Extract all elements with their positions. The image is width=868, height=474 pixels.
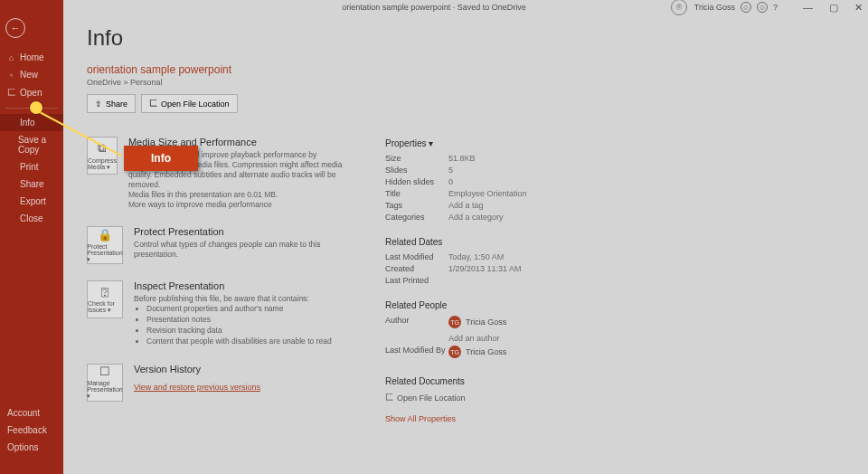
folder-icon: ⼕ xyxy=(149,98,157,109)
nav-close-label: Close xyxy=(20,213,43,223)
prop-slides-key: Slides xyxy=(385,166,448,175)
media-more: More ways to improve media performance xyxy=(128,200,349,210)
prop-created-key: Created xyxy=(385,264,448,273)
prop-created-val: 1/29/2013 11:31 AM xyxy=(448,264,522,273)
manage-presentation-button[interactable]: ☐Manage Presentation ▾ xyxy=(87,364,123,402)
nav-account-label: Account xyxy=(7,408,40,418)
ribbon-display-icon[interactable]: ® xyxy=(671,0,687,15)
modby-person[interactable]: TGTricia Goss xyxy=(448,346,506,358)
prop-title-key: Title xyxy=(385,189,448,198)
protect-presentation-button[interactable]: 🔒Protect Presentation ▾ xyxy=(87,226,123,264)
media-size: Media files in this presentation are 0.0… xyxy=(128,190,349,200)
prop-cat-val[interactable]: Add a category xyxy=(448,213,504,222)
nav-open[interactable]: ⼕Open xyxy=(0,83,63,102)
inspect-item: Presentation notes xyxy=(146,315,332,326)
maximize-button[interactable]: ▢ xyxy=(829,2,838,14)
history-title: Version History xyxy=(134,364,260,374)
author-person[interactable]: TGTricia Goss xyxy=(448,316,506,328)
inspect-item: Revision tracking data xyxy=(146,326,332,337)
callout-marker-dot xyxy=(30,101,42,114)
folder-icon: ⼕ xyxy=(385,392,393,403)
prop-author-key: Author xyxy=(385,316,448,331)
prop-title-val: Employee Orientation xyxy=(448,189,527,198)
nav-save-copy-label: Save a Copy xyxy=(18,135,58,155)
section-protect: 🔒Protect Presentation ▾ Protect Presenta… xyxy=(87,226,349,264)
nav-save-copy[interactable]: Save a Copy xyxy=(0,131,63,158)
related-docs-header: Related Documents xyxy=(385,376,844,386)
inspect-list: Document properties and author's name Pr… xyxy=(146,304,332,347)
check-for-issues-button[interactable]: ⍰Check for Issues ▾ xyxy=(87,280,123,318)
nav-home[interactable]: ⌂Home xyxy=(0,49,63,66)
nav-feedback[interactable]: Feedback xyxy=(0,422,63,439)
back-button[interactable]: ← xyxy=(5,18,25,38)
properties-panel: Properties ▾ Size51.8KB Slides5 Hidden s… xyxy=(385,137,844,423)
lock-icon: 🔒 xyxy=(98,228,112,242)
related-people-header: Related People xyxy=(385,300,844,310)
help-icon[interactable]: ? xyxy=(773,3,778,12)
nav-options[interactable]: Options xyxy=(0,439,63,456)
prop-slides-val: 5 xyxy=(448,166,453,175)
check-icon: ⍰ xyxy=(101,285,108,299)
prop-hidden-key: Hidden slides xyxy=(385,177,448,186)
nav-new-label: New xyxy=(20,70,38,80)
home-icon: ⌂ xyxy=(7,53,15,62)
nav-home-label: Home xyxy=(20,52,44,62)
nav-close[interactable]: Close xyxy=(0,210,63,227)
compress-media-button[interactable]: ⧉Compress Media ▾ xyxy=(87,137,118,175)
nav-export[interactable]: Export xyxy=(0,193,63,210)
inspect-desc: Before publishing this file, be aware th… xyxy=(134,294,332,304)
prop-hidden-val: 0 xyxy=(448,177,453,186)
doc-icon: ☐ xyxy=(99,365,110,378)
minimize-button[interactable]: — xyxy=(803,2,813,13)
action-row: ⇪Share ⼕Open File Location xyxy=(87,94,844,113)
add-author[interactable]: Add an author xyxy=(448,334,500,343)
callout-label: Info xyxy=(124,146,198,171)
prop-tags-val[interactable]: Add a tag xyxy=(448,201,484,210)
window-title: orientation sample powerpoint · Saved to… xyxy=(342,3,526,12)
nav-feedback-label: Feedback xyxy=(7,425,47,435)
protect-title: Protect Presentation xyxy=(134,226,349,237)
prop-printed-key: Last Printed xyxy=(385,276,448,285)
nav-info-label: Info xyxy=(20,118,35,128)
properties-header[interactable]: Properties ▾ xyxy=(385,138,844,148)
main-panel: Info orientation sample powerpoint OneDr… xyxy=(63,14,868,474)
user-name: Tricia Goss xyxy=(694,3,735,12)
open-loc-label: Open File Location xyxy=(161,100,230,109)
prop-cat-key: Categories xyxy=(385,213,448,222)
version-history-link[interactable]: View and restore previous versions xyxy=(134,383,260,392)
file-location: OneDrive » Personal xyxy=(87,78,844,87)
user-area[interactable]: Tricia Goss ☺ ☺ ? xyxy=(694,2,778,13)
open-file-location-link[interactable]: ⼕Open File Location xyxy=(385,392,844,403)
section-history: ☐Manage Presentation ▾ Version History V… xyxy=(87,364,349,402)
nav-print[interactable]: Print xyxy=(0,158,63,175)
inspect-item: Document properties and author's name xyxy=(146,304,332,315)
nav-share[interactable]: Share xyxy=(0,175,63,193)
avatar: TG xyxy=(448,346,461,358)
nav-info[interactable]: Info xyxy=(0,114,63,131)
page-title: Info xyxy=(87,25,844,51)
nav-print-label: Print xyxy=(20,162,39,172)
nav-account[interactable]: Account xyxy=(0,404,63,422)
author-name: Tricia Goss xyxy=(466,318,506,327)
face-icon[interactable]: ☺ xyxy=(741,2,751,13)
related-dates-header: Related Dates xyxy=(385,237,844,247)
share-button[interactable]: ⇪Share xyxy=(87,94,136,113)
nav-new[interactable]: ▫New xyxy=(0,66,63,83)
title-bar: orientation sample powerpoint · Saved to… xyxy=(0,0,868,14)
face-icon-2[interactable]: ☺ xyxy=(757,2,768,13)
open-file-location-button[interactable]: ⼕Open File Location xyxy=(141,94,238,113)
prop-modby-key: Last Modified By xyxy=(385,346,448,361)
nav-open-label: Open xyxy=(20,88,42,98)
window-controls: — ▢ ✕ xyxy=(803,2,863,14)
info-sections: ⧉Compress Media ▾ Media Size and Perform… xyxy=(87,137,349,423)
share-icon: ⇪ xyxy=(95,100,102,109)
show-all-properties-link[interactable]: Show All Properties xyxy=(385,414,456,423)
nav-share-label: Share xyxy=(20,179,44,189)
share-label: Share xyxy=(106,100,127,109)
prop-tags-key: Tags xyxy=(385,201,448,210)
nav-options-label: Options xyxy=(7,442,38,452)
open-icon: ⼕ xyxy=(7,87,15,99)
protect-desc: Control what types of changes people can… xyxy=(134,240,349,260)
avatar: TG xyxy=(448,316,461,328)
close-button[interactable]: ✕ xyxy=(854,2,863,14)
